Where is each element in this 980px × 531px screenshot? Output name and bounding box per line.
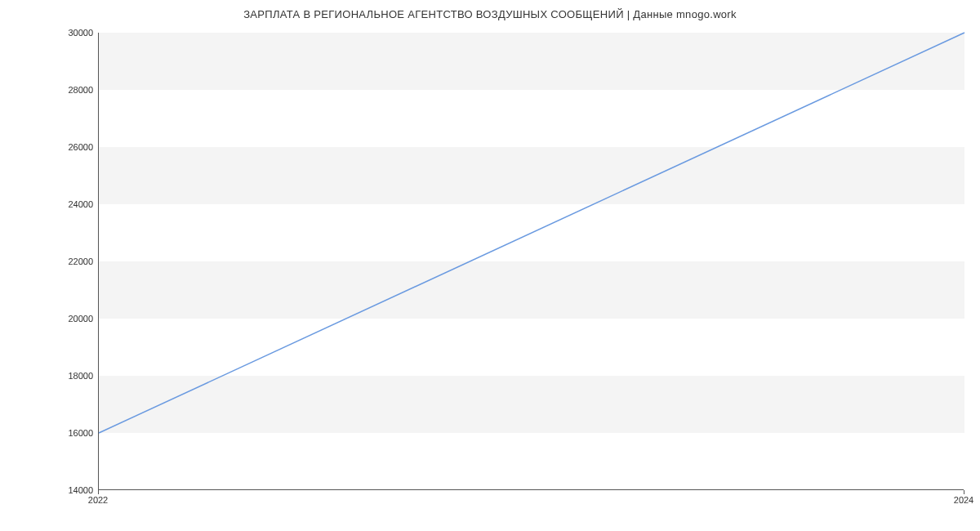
y-tick-label: 18000 <box>68 371 93 381</box>
y-tick-label: 26000 <box>68 142 93 152</box>
y-tick-label: 30000 <box>68 28 93 38</box>
y-tick-label: 16000 <box>68 428 93 438</box>
x-tick-label: 2024 <box>954 495 973 505</box>
x-tick-label: 2022 <box>88 495 108 505</box>
plot-area <box>98 33 964 490</box>
grid-band <box>99 376 964 433</box>
grid-band <box>99 33 964 90</box>
grid-band <box>99 261 964 319</box>
x-tick-mark <box>964 490 964 494</box>
data-line <box>99 33 964 433</box>
y-tick-label: 28000 <box>68 85 93 95</box>
y-tick-label: 20000 <box>68 314 93 324</box>
plot-svg <box>99 33 964 490</box>
y-tick-label: 22000 <box>68 257 93 266</box>
y-tick-label: 14000 <box>68 485 93 495</box>
line-chart: ЗАРПЛАТА В РЕГИОНАЛЬНОЕ АГЕНТСТВО ВОЗДУШ… <box>0 0 980 531</box>
x-tick-mark <box>98 490 99 494</box>
y-tick-label: 24000 <box>68 199 93 209</box>
chart-title: ЗАРПЛАТА В РЕГИОНАЛЬНОЕ АГЕНТСТВО ВОЗДУШ… <box>0 8 980 20</box>
grid-band <box>99 147 964 204</box>
